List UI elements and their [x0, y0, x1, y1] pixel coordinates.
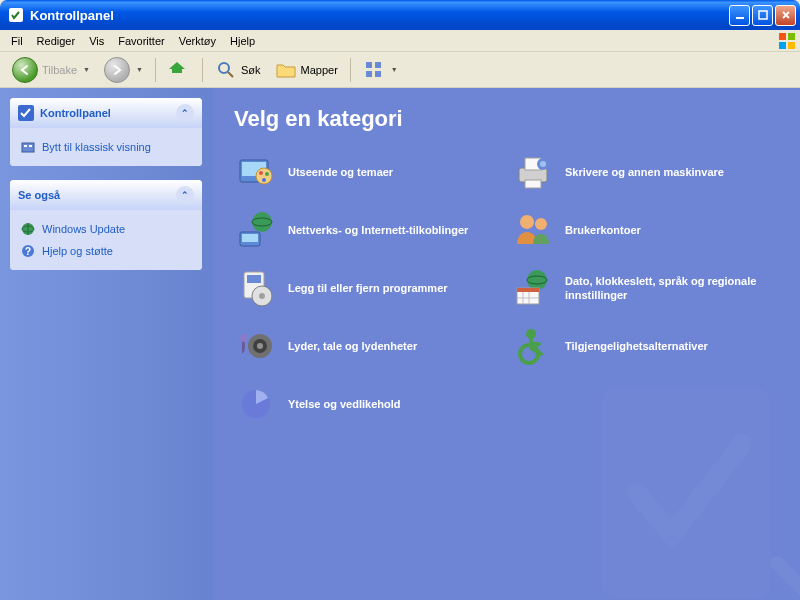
up-button[interactable]: [162, 56, 196, 84]
category-add-remove[interactable]: Legg til eller fjern programmer: [234, 266, 501, 310]
svg-point-31: [540, 161, 546, 167]
category-sounds[interactable]: Lyder, tale og lydenheter: [234, 324, 501, 368]
sidebar: Kontrollpanel ⌃ Bytt til klassisk visnin…: [0, 88, 212, 600]
toolbar: Tilbake ▼ ▼ Søk Mapper ▼: [0, 52, 800, 88]
category-label: Legg til eller fjern programmer: [288, 281, 501, 295]
svg-point-32: [252, 212, 272, 232]
minimize-button[interactable]: [729, 5, 750, 26]
back-button[interactable]: Tilbake ▼: [6, 54, 96, 86]
back-label: Tilbake: [42, 64, 77, 76]
svg-rect-1: [736, 17, 744, 19]
svg-point-36: [520, 215, 534, 229]
svg-point-52: [240, 334, 248, 342]
menubar: Fil Rediger Vis Favoritter Verktøy Hjelp: [0, 30, 800, 52]
users-icon: [511, 208, 555, 252]
svg-point-26: [262, 178, 266, 182]
svg-rect-29: [525, 180, 541, 188]
svg-point-7: [219, 63, 229, 73]
titlebar: Kontrollpanel: [0, 0, 800, 30]
back-dropdown-icon: ▼: [83, 66, 90, 73]
svg-rect-14: [24, 145, 27, 147]
folders-icon: [275, 59, 297, 81]
category-date-time[interactable]: Dato, klokkeslett, språk og regionale in…: [511, 266, 778, 310]
category-label: Tilgjengelighetsalternativer: [565, 339, 778, 353]
category-label: Lyder, tale og lydenheter: [288, 339, 501, 353]
menu-help[interactable]: Hjelp: [223, 33, 262, 49]
category-label: Skrivere og annen maskinvare: [565, 165, 778, 179]
control-panel-icon: [8, 7, 24, 23]
menu-favorites[interactable]: Favoritter: [111, 33, 171, 49]
views-button[interactable]: ▼: [357, 56, 404, 84]
toolbar-separator: [202, 58, 203, 82]
menu-view[interactable]: Vis: [82, 33, 111, 49]
svg-text:?: ?: [25, 246, 31, 257]
switch-classic-view-link[interactable]: Bytt til klassisk visning: [20, 136, 192, 158]
svg-rect-45: [517, 288, 539, 292]
appearance-icon: [234, 150, 278, 194]
svg-point-37: [535, 218, 547, 230]
folders-button[interactable]: Mapper: [269, 56, 344, 84]
globe-icon: [20, 221, 36, 237]
box-cd-icon: [234, 266, 278, 310]
search-icon: [215, 59, 237, 81]
menu-file[interactable]: Fil: [4, 33, 30, 49]
pie-chart-icon: [234, 382, 278, 426]
toolbar-separator: [350, 58, 351, 82]
svg-rect-15: [29, 145, 32, 147]
category-label: Dato, klokkeslett, språk og regionale in…: [565, 274, 778, 303]
svg-point-24: [259, 171, 263, 175]
svg-point-51: [257, 343, 263, 349]
category-grid: Utseende og temaer Skrivere og annen mas…: [234, 150, 778, 426]
svg-point-25: [265, 172, 269, 176]
main-panel: Velg en kategori Utseende og temaer Skri…: [212, 88, 800, 600]
category-label: Utseende og temaer: [288, 165, 501, 179]
search-label: Søk: [241, 64, 261, 76]
collapse-icon: ⌃: [176, 104, 194, 122]
checkmark-icon: [18, 105, 34, 121]
svg-rect-2: [759, 11, 767, 19]
forward-dropdown-icon: ▼: [136, 66, 143, 73]
svg-rect-4: [788, 33, 795, 40]
svg-rect-3: [779, 33, 786, 40]
panel-title: Kontrollpanel: [40, 107, 170, 119]
svg-rect-13: [22, 143, 34, 152]
forward-button[interactable]: ▼: [98, 54, 149, 86]
category-label: Brukerkontoer: [565, 223, 778, 237]
menu-tools[interactable]: Verktøy: [172, 33, 223, 49]
speaker-icon: [234, 324, 278, 368]
panel-header-see-also[interactable]: Se også ⌃: [10, 180, 202, 210]
svg-rect-10: [366, 71, 372, 77]
windows-update-link[interactable]: Windows Update: [20, 218, 192, 240]
category-printers[interactable]: Skrivere og annen maskinvare: [511, 150, 778, 194]
menu-edit[interactable]: Rediger: [30, 33, 83, 49]
up-folder-icon: [168, 59, 190, 81]
panel-see-also: Se også ⌃ Windows Update ? Hjelp og støt…: [10, 180, 202, 270]
help-support-link[interactable]: ? Hjelp og støtte: [20, 240, 192, 262]
maximize-button[interactable]: [752, 5, 773, 26]
panel-header-control-panel[interactable]: Kontrollpanel ⌃: [10, 98, 202, 128]
category-performance[interactable]: Ytelse og vedlikehold: [234, 382, 501, 426]
close-button[interactable]: [775, 5, 796, 26]
back-arrow-icon: [12, 57, 38, 83]
windows-update-label: Windows Update: [42, 223, 125, 235]
views-icon: [363, 59, 385, 81]
svg-rect-35: [242, 234, 258, 242]
category-users[interactable]: Brukerkontoer: [511, 208, 778, 252]
category-label: Ytelse og vedlikehold: [288, 397, 501, 411]
switch-view-icon: [20, 139, 36, 155]
svg-rect-39: [247, 275, 261, 283]
switch-view-label: Bytt til klassisk visning: [42, 141, 151, 153]
svg-rect-5: [779, 42, 786, 49]
page-title: Velg en kategori: [234, 106, 778, 132]
panel-control-panel: Kontrollpanel ⌃ Bytt til klassisk visnin…: [10, 98, 202, 166]
panel-title: Se også: [18, 189, 170, 201]
search-button[interactable]: Søk: [209, 56, 267, 84]
svg-rect-6: [788, 42, 795, 49]
window-title: Kontrollpanel: [28, 8, 727, 23]
category-network[interactable]: Nettverks- og Internett-tilkoblinger: [234, 208, 501, 252]
category-appearance[interactable]: Utseende og temaer: [234, 150, 501, 194]
collapse-icon: ⌃: [176, 186, 194, 204]
category-accessibility[interactable]: Tilgjengelighetsalternativer: [511, 324, 778, 368]
svg-rect-8: [366, 62, 372, 68]
forward-arrow-icon: [104, 57, 130, 83]
